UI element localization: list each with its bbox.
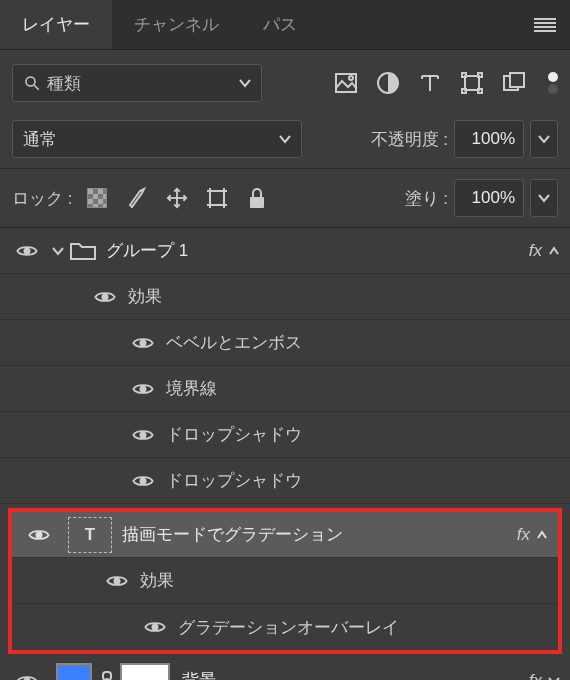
- chevron-down-icon: [279, 133, 291, 145]
- svg-point-29: [102, 294, 107, 299]
- lock-transparency-icon[interactable]: [86, 187, 108, 209]
- kind-filter-label: 種類: [47, 72, 239, 95]
- lock-row: ロック : 塗り : 100%: [0, 169, 570, 228]
- dot-icon: [548, 72, 558, 82]
- layer-name: 描画モードでグラデーション: [122, 523, 517, 546]
- svg-point-36: [152, 624, 157, 629]
- lock-artboard-icon[interactable]: [206, 187, 228, 209]
- lock-all-icon[interactable]: [246, 187, 268, 209]
- layer-group-row[interactable]: グループ 1 fx: [0, 228, 570, 274]
- eye-icon[interactable]: [132, 382, 154, 396]
- filter-type-icon[interactable]: [418, 72, 442, 94]
- svg-point-3: [349, 76, 353, 80]
- svg-line-1: [34, 85, 39, 90]
- filter-smartobject-icon[interactable]: [502, 72, 526, 94]
- background-layer-row[interactable]: 背景 fx: [0, 658, 570, 680]
- panel-tabs: レイヤー チャンネル パス: [0, 0, 570, 50]
- effects-header-row[interactable]: 効果: [12, 558, 558, 604]
- opacity-chevron[interactable]: [530, 120, 558, 158]
- dot-icon: [548, 84, 558, 94]
- eye-icon[interactable]: [132, 474, 154, 488]
- effect-row[interactable]: ドロップシャドウ: [0, 412, 570, 458]
- effect-row[interactable]: 境界線: [0, 366, 570, 412]
- text-layer-row[interactable]: T 描画モードでグラデーション fx: [12, 512, 558, 558]
- fx-badge: fx: [529, 241, 542, 261]
- type-layer-thumbnail: T: [68, 517, 112, 553]
- layer-name: グループ 1: [106, 239, 529, 262]
- effect-row[interactable]: ドロップシャドウ: [0, 458, 570, 504]
- fx-badge: fx: [517, 525, 530, 545]
- tab-layers[interactable]: レイヤー: [0, 0, 112, 49]
- panel-menu-button[interactable]: [520, 0, 570, 49]
- svg-point-28: [24, 248, 29, 253]
- svg-rect-9: [465, 76, 479, 90]
- fill-label: 塗り :: [405, 187, 448, 210]
- fx-collapse-toggle[interactable]: [536, 529, 548, 541]
- effects-label: 効果: [128, 285, 162, 308]
- filter-row: 種類: [0, 50, 570, 110]
- fx-badge: fx: [529, 671, 542, 681]
- color-fill-thumbnail[interactable]: [56, 663, 92, 681]
- effect-name: グラデーションオーバーレイ: [178, 616, 399, 639]
- effect-name: 境界線: [166, 377, 217, 400]
- eye-icon[interactable]: [144, 620, 166, 634]
- mask-thumbnail[interactable]: [120, 663, 170, 681]
- svg-rect-18: [210, 191, 224, 205]
- eye-icon: [16, 244, 38, 258]
- fill-chevron[interactable]: [530, 179, 558, 217]
- tab-paths[interactable]: パス: [241, 0, 319, 49]
- svg-rect-15: [510, 73, 524, 87]
- filter-adjustment-icon[interactable]: [376, 72, 400, 94]
- svg-point-30: [140, 340, 145, 345]
- chevron-down-icon: [239, 77, 251, 89]
- eye-icon: [28, 528, 50, 542]
- effects-header-row[interactable]: 効果: [0, 274, 570, 320]
- lock-pixels-icon[interactable]: [126, 187, 148, 209]
- fill-input[interactable]: 100%: [454, 179, 524, 217]
- effect-name: ドロップシャドウ: [166, 469, 302, 492]
- blend-mode-value: 通常: [23, 128, 57, 151]
- chevron-down-icon[interactable]: [52, 245, 64, 257]
- hamburger-icon: [534, 18, 556, 32]
- effects-label: 効果: [140, 569, 174, 592]
- opacity-input[interactable]: 100%: [454, 120, 524, 158]
- svg-point-33: [140, 478, 145, 483]
- layer-name: 背景: [182, 669, 529, 680]
- filter-shape-icon[interactable]: [460, 72, 484, 94]
- opacity-label: 不透明度 :: [371, 128, 448, 151]
- kind-filter-select[interactable]: 種類: [12, 64, 262, 102]
- visibility-toggle[interactable]: [10, 244, 44, 258]
- filter-image-icon[interactable]: [334, 72, 358, 94]
- filter-toggle[interactable]: [548, 72, 558, 94]
- svg-point-31: [140, 386, 145, 391]
- search-icon: [23, 74, 41, 92]
- svg-point-0: [26, 77, 35, 86]
- svg-rect-27: [250, 197, 264, 208]
- blend-mode-select[interactable]: 通常: [12, 120, 302, 158]
- svg-point-32: [140, 432, 145, 437]
- visibility-toggle[interactable]: [22, 528, 56, 542]
- fx-collapse-toggle[interactable]: [548, 245, 560, 257]
- lock-label: ロック :: [12, 187, 72, 210]
- blend-row: 通常 不透明度 : 100%: [0, 110, 570, 169]
- eye-icon[interactable]: [132, 428, 154, 442]
- effect-row[interactable]: グラデーションオーバーレイ: [12, 604, 558, 650]
- fx-collapse-toggle[interactable]: [548, 675, 560, 681]
- layers-list: グループ 1 fx 効果 ベベルとエンボス 境界線: [0, 228, 570, 680]
- link-icon[interactable]: [100, 671, 114, 681]
- eye-icon[interactable]: [132, 336, 154, 350]
- tab-channels[interactable]: チャンネル: [112, 0, 241, 49]
- effect-row[interactable]: ベベルとエンボス: [0, 320, 570, 366]
- effect-name: ベベルとエンボス: [166, 331, 302, 354]
- eye-icon[interactable]: [94, 290, 116, 304]
- highlighted-selection: T 描画モードでグラデーション fx 効果 グラデーションオーバーレイ: [8, 508, 562, 654]
- eye-icon[interactable]: [106, 574, 128, 588]
- lock-position-icon[interactable]: [166, 187, 188, 209]
- folder-icon: [70, 241, 96, 261]
- effect-name: ドロップシャドウ: [166, 423, 302, 446]
- visibility-toggle[interactable]: [10, 674, 44, 681]
- svg-point-35: [114, 578, 119, 583]
- svg-point-34: [36, 532, 41, 537]
- eye-icon: [16, 674, 38, 681]
